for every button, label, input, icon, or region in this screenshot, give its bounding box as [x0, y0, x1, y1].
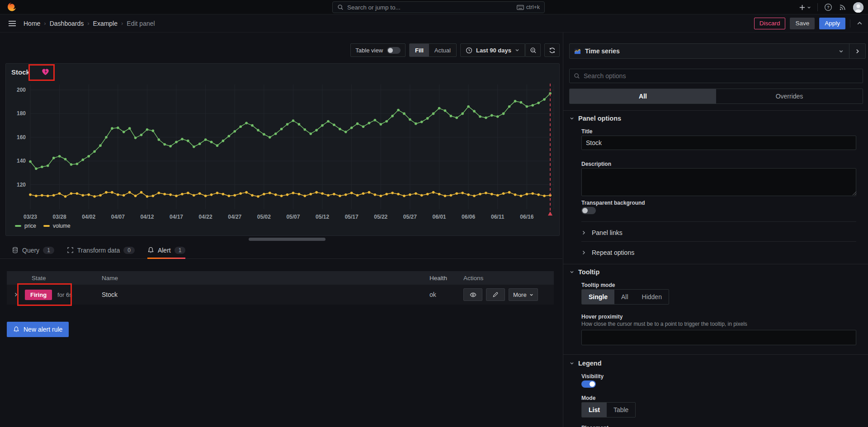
fill-option[interactable]: Fill	[410, 44, 429, 56]
legend-item-volume[interactable]: volume	[43, 223, 71, 229]
chevron-down-icon	[570, 116, 574, 121]
refresh-button[interactable]	[544, 43, 560, 57]
zoom-out-button[interactable]	[525, 43, 541, 57]
transparent-background-label: Transparent background	[581, 200, 645, 206]
svg-text:140: 140	[17, 158, 26, 164]
new-alert-rule-button[interactable]: New alert rule	[7, 322, 69, 337]
repeat-options-section[interactable]: Repeat options	[581, 246, 856, 259]
breadcrumb-dashboards[interactable]: Dashboards	[50, 20, 84, 27]
legend-mode-list[interactable]: List	[582, 403, 607, 417]
legend-item-price[interactable]: price	[15, 223, 36, 229]
chevron-right-icon: ›	[87, 20, 89, 27]
tooltip-mode-all[interactable]: All	[614, 290, 635, 304]
tab-query-count: 1	[43, 247, 54, 254]
panel-options-section-label: Panel options	[578, 115, 621, 122]
chevron-up-icon[interactable]	[857, 20, 863, 26]
panel-links-label: Panel links	[592, 229, 623, 236]
time-range-picker[interactable]: Last 90 days	[460, 43, 525, 57]
help-icon[interactable]: ?	[824, 3, 832, 11]
add-menu-button[interactable]	[799, 4, 811, 11]
database-icon	[12, 247, 19, 253]
menu-icon[interactable]	[7, 19, 17, 28]
svg-text:180: 180	[17, 110, 26, 117]
editor-tabs: Query 1 Transform data 0 Alert 1	[0, 246, 562, 259]
filter-tab-overrides[interactable]: Overrides	[716, 89, 863, 103]
discard-button[interactable]: Discard	[754, 18, 786, 29]
table-view-label: Table view	[355, 47, 383, 54]
hover-proximity-input[interactable]	[581, 330, 856, 345]
user-avatar[interactable]	[853, 2, 863, 13]
view-alert-button[interactable]	[463, 288, 482, 301]
tab-transform[interactable]: Transform data 0	[67, 246, 135, 258]
global-search-input[interactable]: Search or jump to... ctrl+k	[332, 1, 545, 13]
tooltip-section-header[interactable]: Tooltip	[570, 268, 599, 276]
legend-visibility-toggle[interactable]	[581, 380, 596, 388]
section-divider	[563, 264, 868, 264]
svg-text:05/27: 05/27	[403, 214, 417, 220]
new-alert-rule-label: New alert rule	[24, 326, 62, 333]
tab-transform-label: Transform data	[77, 247, 120, 254]
stock-chart[interactable]: 03/2303/2804/0204/0704/1204/1704/2204/27…	[9, 82, 555, 223]
panel-links-section[interactable]: Panel links	[581, 226, 856, 239]
svg-text:05/17: 05/17	[345, 214, 359, 220]
chevron-down-icon	[570, 270, 574, 274]
expand-viz-list-button[interactable]	[849, 44, 865, 58]
expand-row-icon[interactable]	[7, 292, 25, 297]
svg-text:160: 160	[17, 134, 26, 141]
filter-tab-all[interactable]: All	[570, 89, 716, 103]
title-label: Title	[581, 128, 592, 135]
fill-actual-group: Fill Actual	[409, 43, 457, 57]
svg-text:120: 120	[17, 182, 26, 188]
panel-description-textarea[interactable]	[581, 168, 856, 196]
tab-alert-label: Alert	[158, 247, 171, 254]
legend-mode-table[interactable]: Table	[607, 403, 635, 417]
table-view-switch[interactable]	[387, 47, 401, 54]
breadcrumb-home[interactable]: Home	[24, 20, 40, 27]
edit-alert-button[interactable]	[486, 288, 505, 301]
panel-title[interactable]: Stock	[11, 68, 30, 76]
search-placeholder: Search or jump to...	[347, 4, 513, 11]
breadcrumb-edit-panel: Edit panel	[127, 20, 155, 27]
repeat-options-label: Repeat options	[592, 249, 634, 256]
more-actions-button[interactable]: More	[509, 288, 538, 301]
svg-text:03/23: 03/23	[24, 214, 37, 220]
legend-section-label: Legend	[578, 360, 602, 367]
panel-title-input[interactable]	[581, 136, 856, 150]
chevron-right-icon: ›	[121, 20, 123, 27]
alert-rule-name[interactable]: Stock	[102, 291, 429, 298]
options-search-input[interactable]: Search options	[569, 69, 863, 83]
save-button[interactable]: Save	[790, 18, 815, 29]
search-icon	[574, 73, 580, 79]
chevron-down-icon	[515, 48, 519, 52]
legend-label-price: price	[24, 223, 36, 229]
tooltip-mode-group: Single All Hidden	[581, 289, 669, 305]
grafana-logo-icon[interactable]	[6, 2, 17, 13]
svg-text:06/06: 06/06	[462, 214, 475, 220]
resize-handle[interactable]	[249, 238, 326, 241]
legend-mode-group: List Table	[581, 402, 636, 418]
actual-option[interactable]: Actual	[429, 44, 456, 56]
panel-options-section-header[interactable]: Panel options	[570, 115, 621, 122]
news-icon[interactable]	[839, 3, 847, 11]
panel-header[interactable]: Stock	[6, 64, 559, 80]
svg-text:06/01: 06/01	[432, 214, 446, 220]
breadcrumb-example[interactable]: Example	[93, 20, 118, 27]
apply-button[interactable]: Apply	[819, 18, 845, 29]
legend-section-header[interactable]: Legend	[570, 360, 602, 367]
tooltip-mode-label: Tooltip mode	[581, 282, 615, 288]
svg-text:03/28: 03/28	[53, 214, 66, 220]
tab-query[interactable]: Query 1	[12, 246, 54, 258]
tab-alert[interactable]: Alert 1	[147, 246, 185, 258]
table-view-toggle[interactable]: Table view	[350, 43, 406, 57]
transparent-background-toggle[interactable]	[581, 207, 596, 214]
svg-text:05/07: 05/07	[286, 214, 300, 220]
svg-text:200: 200	[17, 87, 26, 93]
tooltip-mode-single[interactable]: Single	[582, 290, 614, 304]
firing-duration: for 6s	[57, 291, 72, 298]
header-state: State	[25, 275, 102, 282]
visualization-picker[interactable]: Time series	[569, 43, 866, 59]
tooltip-mode-hidden[interactable]: Hidden	[635, 290, 669, 304]
header-health: Health	[429, 275, 463, 282]
panel-editor-area: Table view Fill Actual Last 90 days	[0, 33, 562, 427]
alert-heart-break-icon[interactable]	[42, 68, 49, 75]
